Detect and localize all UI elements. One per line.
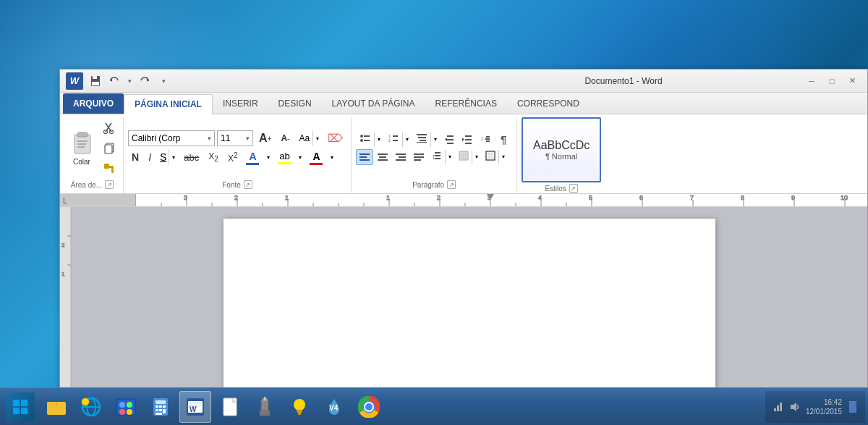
taskbar-internet-explorer[interactable]: [75, 391, 107, 423]
paragraph-group: ▾ 1.2. ▾: [353, 117, 517, 193]
svg-rect-32: [447, 139, 454, 140]
multilevel-button[interactable]: ▾: [412, 132, 440, 148]
redo-button[interactable]: [137, 73, 153, 89]
bold-button[interactable]: N: [128, 149, 142, 165]
font-group: Calibri (Corp ▾ 11 ▾ A +: [125, 117, 352, 193]
numbering-button[interactable]: 1.2. ▾: [384, 132, 412, 148]
align-right-button[interactable]: [392, 149, 409, 165]
svg-rect-42: [486, 140, 490, 142]
grow-font-button[interactable]: A +: [255, 130, 275, 146]
strikethrough-button[interactable]: abc: [180, 149, 203, 165]
styles-preview[interactable]: AaBbCcDc ¶ Normal: [522, 117, 601, 182]
svg-text:3: 3: [488, 194, 491, 201]
tab-inserir[interactable]: INSERIR: [213, 93, 268, 114]
highlight-button[interactable]: ab: [275, 148, 294, 166]
styles-expand-button[interactable]: ↗: [569, 184, 578, 193]
svg-rect-157: [777, 405, 779, 411]
format-painter-button[interactable]: [100, 159, 119, 178]
tab-arquivo[interactable]: ARQUIVO: [63, 93, 124, 114]
customize-qa-button[interactable]: ▾: [156, 73, 171, 89]
font-row2: N I S ▾: [128, 148, 346, 166]
shading-button[interactable]: ▾: [455, 149, 481, 165]
change-case-button[interactable]: Aa ▾: [295, 130, 322, 146]
show-desktop-button[interactable]: [846, 400, 859, 413]
tab-corresponde[interactable]: CORRESPOND: [507, 93, 590, 114]
font-color-dropdown[interactable]: ▾: [264, 154, 273, 161]
highlight-dropdown[interactable]: ▾: [296, 154, 305, 161]
svg-point-147: [294, 399, 305, 411]
maximize-button[interactable]: □: [822, 73, 841, 89]
svg-text:7: 7: [690, 194, 694, 201]
system-clock[interactable]: 16:42 12/01/2015: [806, 397, 842, 416]
svg-rect-132: [159, 409, 162, 411]
svg-rect-160: [849, 401, 856, 413]
svg-rect-53: [414, 156, 424, 158]
svg-text:2: 2: [437, 194, 441, 201]
bullets-button[interactable]: ▾: [356, 132, 383, 148]
indent-increase-button[interactable]: [459, 132, 476, 148]
svg-marker-38: [462, 138, 464, 141]
undo-button[interactable]: [106, 73, 122, 89]
taskbar-water[interactable]: V4: [318, 391, 350, 423]
svg-rect-8: [77, 143, 86, 145]
clipboard-expand-button[interactable]: ↗: [105, 180, 114, 189]
line-spacing-button[interactable]: ↕ ▾: [428, 149, 454, 165]
paragraph-expand-button[interactable]: ↗: [447, 180, 456, 189]
para-buttons: ▾ 1.2. ▾: [356, 132, 512, 165]
cut-button[interactable]: [100, 119, 119, 138]
sort-button[interactable]: ↕: [477, 132, 494, 148]
align-center-button[interactable]: [374, 149, 391, 165]
shrink-font-button[interactable]: A -: [277, 130, 293, 146]
taskbar-word[interactable]: W: [179, 391, 211, 423]
tray-volume-icon[interactable]: [788, 400, 801, 413]
svg-rect-149: [297, 412, 302, 413]
undo-dropdown[interactable]: ▾: [125, 73, 134, 89]
italic-button[interactable]: I: [145, 149, 155, 165]
taskbar-file[interactable]: [214, 391, 246, 423]
font-selector: Calibri (Corp ▾ 11 ▾ A +: [128, 130, 346, 166]
svg-rect-121: [116, 399, 135, 415]
svg-rect-47: [379, 156, 386, 158]
svg-rect-156: [774, 408, 776, 411]
justify-button[interactable]: [410, 149, 427, 165]
minimize-button[interactable]: ─: [802, 73, 821, 89]
close-button[interactable]: ✕: [843, 73, 861, 89]
save-button[interactable]: [88, 73, 103, 89]
borders-button[interactable]: ▾: [482, 149, 508, 165]
tab-pagina-inicial[interactable]: PÁGINA INICIAL: [124, 94, 213, 114]
svg-rect-116: [47, 402, 56, 405]
taskbar-bulb[interactable]: [284, 391, 315, 423]
taskbar-chrome[interactable]: [353, 391, 385, 423]
tab-design[interactable]: DESIGN: [268, 93, 322, 114]
svg-rect-51: [396, 159, 406, 161]
copy-button[interactable]: [100, 139, 119, 158]
align-left-button[interactable]: [356, 149, 373, 165]
taskbar-tower[interactable]: [249, 391, 281, 423]
svg-rect-18: [111, 166, 114, 173]
paste-button[interactable]: Colar: [66, 127, 98, 169]
font-expand-button[interactable]: ↗: [244, 180, 252, 189]
start-button[interactable]: [3, 391, 38, 423]
font-size-select[interactable]: 11 ▾: [217, 130, 253, 146]
tray-network-icon[interactable]: [771, 400, 784, 413]
document-content[interactable]: [72, 207, 867, 417]
clear-format-button[interactable]: ⌦: [324, 130, 346, 146]
subscript-button[interactable]: X2: [205, 149, 222, 165]
font-color-button[interactable]: A: [243, 148, 262, 166]
svg-text:6: 6: [639, 194, 643, 201]
svg-rect-6: [77, 132, 88, 137]
taskbar-file-explorer[interactable]: [41, 391, 72, 423]
tab-referencias[interactable]: REFERÊNCIAS: [425, 93, 507, 114]
text-color-dropdown[interactable]: ▾: [328, 154, 336, 161]
taskbar-control-panel[interactable]: [110, 391, 142, 423]
svg-point-120: [82, 398, 89, 405]
show-marks-button[interactable]: ¶: [495, 132, 512, 148]
svg-point-21: [360, 139, 363, 142]
superscript-button[interactable]: X2: [224, 149, 242, 165]
taskbar-calculator[interactable]: [145, 391, 176, 423]
font-name-select[interactable]: Calibri (Corp ▾: [128, 130, 215, 146]
underline-button[interactable]: S ▾: [157, 148, 178, 166]
indent-decrease-button[interactable]: [441, 132, 458, 148]
text-color-button[interactable]: A: [307, 148, 326, 166]
tab-layout[interactable]: LAYOUT DA PÁGINA: [322, 93, 425, 114]
